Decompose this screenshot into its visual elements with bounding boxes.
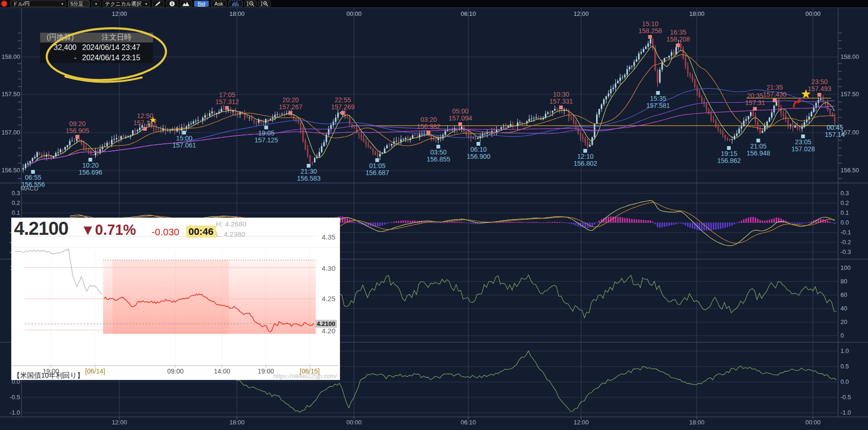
label-price: 156.905 [66,127,90,134]
info-icon [169,1,175,7]
label-time: 05:00 [449,108,472,115]
label-time: 10:30 [549,91,573,98]
inset-plot-svg [12,218,340,380]
price-label-0045: 00:45157.14 [825,124,845,138]
marker-square [225,106,229,110]
label-price: 156.696 [79,169,103,176]
label-price: 157.094 [449,115,472,122]
tick-histogram-button[interactable] [229,0,243,7]
marker-square [676,43,680,47]
marker-square [375,158,379,162]
label-price: 157.061 [173,142,196,149]
marker-square [477,142,480,146]
axis-label: 18:00 [689,419,705,426]
inset-last-value: 4.2100 [14,218,68,239]
label-time: 15:00 [173,135,196,142]
axis-label: 0.5 [840,363,849,370]
label-price: 157.267 [279,104,303,111]
bid-button[interactable]: Bid [194,0,209,7]
zoom-in-icon [261,1,269,7]
currency-pair-select[interactable]: ドル/円 ▼ [10,0,66,7]
label-price: 157.028 [792,146,815,153]
marker-square [727,146,731,150]
axis-label: 157.50 [0,91,20,98]
label-time: 03:50 [427,149,451,156]
timeframe-dropdown-button[interactable]: ▼ [91,0,101,7]
inset-low: L: 4.2380 [216,230,245,238]
us10y-yield-inset-chart: 4.2100 ▼0.71% -0.030 00:46 H: 4.2680 L: … [11,218,340,380]
marker-square [427,131,431,134]
label-time: 21:30 [297,168,321,175]
info-button[interactable] [166,0,178,7]
price-label-2305: 23:05157.028 [792,134,815,153]
price-label-1510: 15:10158.258 [639,21,662,39]
inset-x-tick: [06/15] [300,367,320,375]
price-label-1030: 10:30157.331 [549,91,573,110]
label-price: 156.862 [717,157,741,164]
label-price: 156.855 [427,156,451,163]
label-time: 23:05 [792,139,815,146]
marker-square [773,99,777,102]
axis-label: 12:00 [574,10,589,17]
price-label-0350: 03:50156.855 [427,144,451,163]
price-label-0655: 06:55156.556 [21,169,45,188]
timeframe-label: 5分足 [70,0,83,7]
axis-label: 80 [840,278,847,285]
axis-label: 00:00 [347,10,362,17]
axis-label: -0.1 [840,229,851,236]
label-price: 157.430 [763,91,787,98]
axis-label: 06:10 [461,419,476,426]
ask-button[interactable]: Ask [211,0,227,7]
label-price: 158.258 [639,28,662,35]
label-time: 20:20 [279,97,303,104]
marker-square [76,135,79,139]
price-label-1635: 16:35158.208 [667,29,690,48]
zoom-out-button[interactable] [244,0,257,7]
price-label-1905: 19:05157.125 [255,125,278,144]
axis-label: 0.1 [0,209,20,216]
axis-label: 0.0 [840,219,849,226]
zoom-out-icon [247,1,255,7]
inset-y-tick: 4.25 [315,295,335,303]
technical-select-button[interactable]: テクニカル選択 ▼ [103,0,150,7]
axis-label: -0.3 [840,248,851,255]
label-price: 156.802 [574,160,597,167]
axis-label: 1.0 [840,347,849,354]
price-label-2020: 20:20157.267 [279,97,303,115]
price-label-1020: 10:20156.696 [79,157,103,176]
marker-square [182,131,186,134]
marker-square [559,106,563,109]
label-price: 157.125 [255,137,278,144]
axis-label: 06:10 [461,10,476,17]
currency-pair-label: ドル/円 [13,0,30,7]
marker-square [753,107,757,111]
chart-style-button[interactable] [180,0,192,7]
timeframe-select[interactable]: 5分足 [68,0,90,7]
zoom-in-button[interactable] [258,0,271,7]
label-time: 19:15 [717,150,741,157]
marker-square [648,35,652,39]
price-label-1500: 15:00157.061 [173,130,196,149]
marker-square [801,134,805,138]
inset-x-tick: 14:00 [214,367,230,375]
label-time: 06:55 [21,174,45,181]
axis-label: 156.50 [0,167,20,174]
marker-square [89,158,92,162]
label-price: 157.581 [646,102,670,109]
inset-y-tick: 4.20 [315,327,335,335]
inset-change: -0.030 [152,226,180,238]
label-time: 23:50 [808,78,832,85]
price-label-1535: 15:35157.581 [646,91,670,109]
axis-label: 18:00 [229,10,245,17]
label-price: 157.14 [825,131,845,138]
draw-tool-button[interactable] [152,0,164,7]
marker-square [289,111,292,115]
inset-x-tick: 09:00 [167,367,183,375]
label-time: 06:10 [467,146,491,153]
inset-time-badge: 00:46 [186,226,216,238]
label-time: 03:20 [417,116,441,123]
price-label-0500: 05:00157.094 [449,108,472,127]
marker-square [143,127,147,131]
label-time: 22:55 [331,97,355,104]
inset-y-tick: 4.30 [315,264,335,272]
